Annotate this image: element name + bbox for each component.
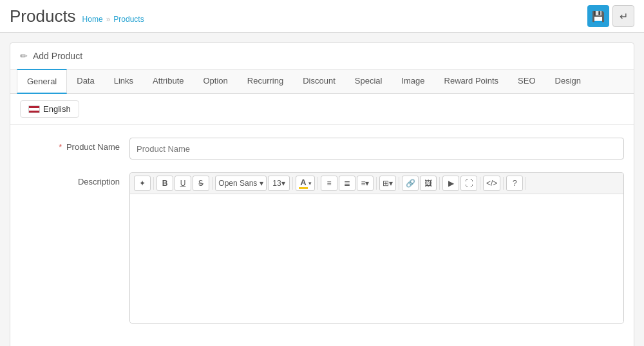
- add-product-bar: ✏ Add Product: [10, 43, 634, 69]
- video-toolbar-btn[interactable]: ▶: [442, 176, 459, 191]
- english-flag-icon: [28, 105, 40, 113]
- tab-recurring[interactable]: Recurring: [238, 69, 293, 94]
- table-toolbar-btn[interactable]: ⊞▾: [379, 176, 396, 191]
- save-button[interactable]: 💾: [587, 5, 609, 27]
- editor-wrapper: ✦BUS̶Open Sans ▾13▾A▾≡≣≡▾⊞▾🔗🖼▶⛶</>?: [129, 172, 624, 323]
- strikethrough-toolbar-btn[interactable]: S̶: [193, 176, 209, 191]
- breadcrumb-separator: »: [106, 15, 111, 24]
- tab-data[interactable]: Data: [67, 69, 104, 94]
- toolbar-separator-14: [480, 177, 480, 190]
- description-label: Description: [20, 172, 129, 187]
- page-header: Products Home » Products 💾 ↵: [0, 0, 644, 33]
- tab-special[interactable]: Special: [345, 69, 392, 94]
- product-card: ✏ Add Product GeneralDataLinksAttributeO…: [10, 42, 634, 346]
- breadcrumb: Home » Products: [82, 15, 144, 24]
- back-button[interactable]: ↵: [612, 5, 634, 27]
- description-row: Description ✦BUS̶Open Sans ▾13▾A▾≡≣≡▾⊞▾🔗…: [20, 172, 624, 323]
- english-lang-label: English: [43, 104, 71, 114]
- required-star: *: [59, 142, 62, 152]
- tab-attribute[interactable]: Attribute: [143, 69, 193, 94]
- tab-links[interactable]: Links: [104, 69, 143, 94]
- tabs-bar: GeneralDataLinksAttributeOptionRecurring…: [10, 69, 634, 94]
- tab-option[interactable]: Option: [194, 69, 238, 94]
- fullscreen-toolbar-btn[interactable]: ⛶: [460, 176, 477, 191]
- bold-toolbar-btn[interactable]: B: [156, 176, 173, 191]
- breadcrumb-current[interactable]: Products: [113, 15, 144, 24]
- image-toolbar-btn[interactable]: 🖼: [420, 176, 437, 191]
- product-name-label: * Product Name: [20, 138, 129, 152]
- header-buttons: 💾 ↵: [587, 5, 634, 27]
- toolbar-separator-15: [503, 177, 504, 190]
- header-left: Products Home » Products: [10, 6, 144, 26]
- breadcrumb-home[interactable]: Home: [82, 15, 103, 24]
- help-toolbar-btn[interactable]: ?: [506, 176, 523, 191]
- toolbar-separator-6: [317, 177, 318, 190]
- ordered-list-toolbar-btn[interactable]: ≣: [339, 176, 355, 191]
- font-family-toolbar-btn[interactable]: Open Sans ▾: [215, 176, 267, 191]
- page-title: Products: [10, 6, 76, 26]
- font-size-toolbar-btn[interactable]: 13▾: [268, 176, 290, 191]
- toolbar-separator-0: [153, 177, 154, 190]
- magic-toolbar-btn[interactable]: ✦: [134, 176, 151, 191]
- toolbar-separator-12: [439, 177, 440, 190]
- main-content: ✏ Add Product GeneralDataLinksAttributeO…: [0, 33, 644, 346]
- save-icon: 💾: [592, 10, 605, 23]
- font-color-toolbar-btn[interactable]: A▾: [296, 176, 315, 191]
- language-tabs: English: [10, 94, 634, 125]
- align-toolbar-btn[interactable]: ≡▾: [357, 176, 374, 191]
- toolbar-separator-10: [399, 177, 399, 190]
- english-lang-tab[interactable]: English: [20, 100, 79, 118]
- tab-reward-points[interactable]: Reward Points: [435, 69, 509, 94]
- tab-image[interactable]: Image: [392, 69, 434, 94]
- link-toolbar-btn[interactable]: 🔗: [402, 176, 419, 191]
- add-product-label: Add Product: [33, 51, 82, 61]
- product-name-input[interactable]: [129, 138, 624, 159]
- tab-discount[interactable]: Discount: [293, 69, 345, 94]
- form-area: * Product Name Description ✦BUS̶Open San…: [10, 125, 634, 346]
- underline-toolbar-btn[interactable]: U: [175, 176, 191, 191]
- code-toolbar-btn[interactable]: </>: [483, 176, 500, 191]
- product-name-row: * Product Name: [20, 138, 624, 159]
- toolbar-separator-16: [526, 177, 526, 190]
- editor-body[interactable]: [130, 194, 623, 323]
- pencil-icon: ✏: [20, 51, 28, 61]
- toolbar-separator-9: [376, 177, 377, 190]
- unordered-list-toolbar-btn[interactable]: ≡: [321, 176, 337, 191]
- back-icon: ↵: [620, 10, 628, 23]
- toolbar-separator-5: [292, 177, 293, 190]
- tab-general[interactable]: General: [17, 69, 67, 94]
- toolbar-separator-3: [212, 177, 213, 190]
- editor-toolbar: ✦BUS̶Open Sans ▾13▾A▾≡≣≡▾⊞▾🔗🖼▶⛶</>?: [130, 173, 623, 194]
- tab-design[interactable]: Design: [545, 69, 591, 94]
- tab-seo[interactable]: SEO: [508, 69, 545, 94]
